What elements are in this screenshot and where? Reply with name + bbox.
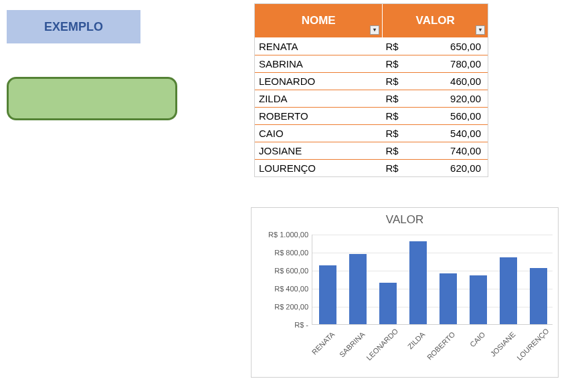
chart-bar (319, 265, 336, 324)
table-row[interactable]: ROBERTOR$560,00 (255, 107, 488, 124)
table-row[interactable]: LOURENÇOR$620,00 (255, 159, 488, 176)
cell-nome-text: SABRINA (259, 58, 303, 70)
chart-bar (439, 273, 457, 324)
table-row[interactable]: SABRINAR$780,00 (255, 55, 488, 72)
chart-title: VALOR (252, 213, 558, 227)
exemplo-box: EXEMPLO (7, 10, 140, 43)
x-axis-label: CAIO (455, 330, 486, 362)
x-axis-label: LOURENÇO (515, 330, 547, 362)
x-axis-label: JOSIANE (485, 330, 516, 362)
table-row[interactable]: CAIOR$540,00 (255, 124, 488, 142)
cell-valor[interactable]: R$460,00 (383, 73, 488, 90)
gridline (312, 235, 553, 235)
chart-bar (349, 254, 367, 324)
y-axis-label: R$ 400,00 (262, 285, 308, 293)
cell-nome[interactable]: ROBERTO (255, 108, 383, 124)
green-shape (7, 77, 177, 120)
cell-valor[interactable]: R$780,00 (383, 55, 488, 72)
cell-nome[interactable]: ZILDA (255, 90, 383, 107)
cell-valor-text: 620,00 (450, 162, 481, 174)
chart-bar (530, 268, 547, 324)
x-axis-label: ZILDA (395, 330, 426, 362)
cell-nome[interactable]: CAIO (255, 125, 383, 142)
currency-symbol: R$ (385, 162, 398, 174)
table-row[interactable]: ZILDAR$920,00 (255, 90, 488, 107)
column-header-nome-label: NOME (302, 14, 336, 27)
data-table: NOME ▾ VALOR ▾ RENATAR$650,00SABRINAR$78… (254, 3, 488, 177)
cell-valor[interactable]: R$650,00 (383, 37, 488, 55)
column-header-nome[interactable]: NOME ▾ (255, 4, 383, 37)
cell-nome[interactable]: RENATA (255, 37, 383, 55)
cell-valor[interactable]: R$560,00 (383, 108, 488, 124)
chart-plot-area (312, 235, 553, 325)
chart-bar (470, 275, 487, 324)
currency-symbol: R$ (385, 128, 398, 139)
x-axis-label: LEONARDO (365, 330, 396, 362)
cell-valor-text: 920,00 (450, 93, 481, 104)
currency-symbol: R$ (385, 110, 398, 122)
cell-nome[interactable]: LOURENÇO (255, 160, 383, 176)
cell-nome-text: LOURENÇO (259, 162, 316, 174)
filter-dropdown-icon[interactable]: ▾ (370, 25, 379, 35)
cell-valor[interactable]: R$540,00 (383, 125, 488, 142)
cell-valor-text: 650,00 (450, 41, 481, 52)
y-axis-label: R$ - (262, 321, 308, 329)
x-axis-label: RENATA (304, 330, 336, 362)
currency-symbol: R$ (385, 76, 398, 87)
cell-nome-text: CAIO (259, 128, 284, 139)
chart-bar (500, 257, 517, 324)
cell-valor[interactable]: R$920,00 (383, 90, 488, 107)
bar-chart[interactable]: VALOR R$ -R$ 200,00R$ 400,00R$ 600,00R$ … (251, 207, 559, 378)
chart-bar (379, 283, 397, 324)
cell-valor[interactable]: R$620,00 (383, 160, 488, 176)
cell-valor-text: 540,00 (450, 128, 481, 139)
table-row[interactable]: LEONARDOR$460,00 (255, 72, 488, 90)
cell-valor-text: 740,00 (450, 145, 481, 156)
column-header-valor[interactable]: VALOR ▾ (383, 4, 488, 37)
table-row[interactable]: JOSIANER$740,00 (255, 142, 488, 159)
currency-symbol: R$ (385, 41, 398, 52)
column-header-valor-label: VALOR (416, 14, 455, 27)
currency-symbol: R$ (385, 93, 398, 104)
cell-valor-text: 560,00 (450, 110, 481, 122)
currency-symbol: R$ (385, 145, 398, 156)
cell-nome-text: ZILDA (259, 93, 288, 104)
chart-bar (409, 241, 427, 324)
y-axis-label: R$ 600,00 (262, 267, 308, 275)
x-axis-label: ROBERTO (425, 330, 456, 362)
cell-nome[interactable]: SABRINA (255, 55, 383, 72)
cell-nome-text: JOSIANE (259, 145, 302, 156)
cell-nome[interactable]: LEONARDO (255, 73, 383, 90)
currency-symbol: R$ (385, 58, 398, 70)
x-axis-label: SABRINA (334, 330, 366, 362)
cell-nome-text: LEONARDO (259, 76, 315, 87)
filter-dropdown-icon[interactable]: ▾ (476, 25, 485, 35)
table-header-row: NOME ▾ VALOR ▾ (255, 4, 488, 37)
y-axis-label: R$ 800,00 (262, 249, 308, 257)
cell-valor-text: 460,00 (450, 76, 481, 87)
cell-valor[interactable]: R$740,00 (383, 142, 488, 159)
exemplo-label: EXEMPLO (44, 20, 103, 34)
y-axis-label: R$ 200,00 (262, 303, 308, 311)
cell-nome-text: ROBERTO (259, 110, 308, 122)
table-row[interactable]: RENATAR$650,00 (255, 37, 488, 55)
cell-valor-text: 780,00 (450, 58, 481, 70)
y-axis-label: R$ 1.000,00 (262, 231, 308, 239)
cell-nome-text: RENATA (259, 41, 298, 52)
cell-nome[interactable]: JOSIANE (255, 142, 383, 159)
